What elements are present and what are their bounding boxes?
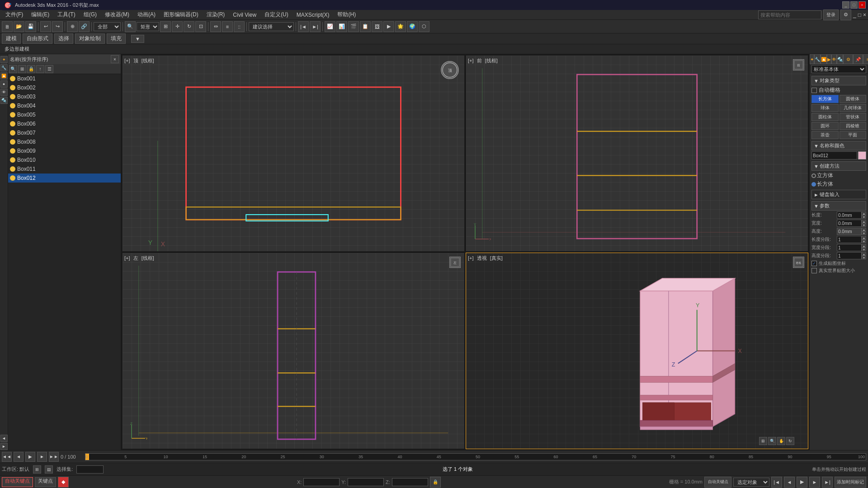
- lp-find-button[interactable]: 🔍: [9, 65, 17, 73]
- length-up[interactable]: ▲: [862, 211, 866, 215]
- vp-view-bl[interactable]: 左: [133, 255, 138, 261]
- modeling-tab[interactable]: 建模: [2, 33, 21, 44]
- play-fwd[interactable]: ►|: [822, 477, 833, 488]
- box-radio[interactable]: [811, 182, 816, 187]
- timeline-handle[interactable]: [85, 454, 89, 460]
- layer-select[interactable]: 全部: [94, 22, 121, 31]
- activeshade-button[interactable]: 🌟: [395, 21, 406, 32]
- display-icon[interactable]: 👁: [0, 89, 8, 96]
- rp-pin[interactable]: 📌: [853, 54, 863, 64]
- key-btn2[interactable]: ►|: [310, 21, 321, 32]
- modify-icon[interactable]: 🔧: [0, 64, 8, 71]
- menu-graph-editor[interactable]: 图形编辑器(D): [160, 10, 202, 19]
- viewport-front[interactable]: [+] 前 [线框]: [466, 55, 808, 252]
- rp-gear[interactable]: ⚙: [843, 54, 853, 64]
- viewport-perspective[interactable]: [+] 透视 [真实]: [466, 253, 808, 449]
- auto-keypoint-btn[interactable]: 自动关键点: [704, 477, 731, 488]
- orient-cube-tr[interactable]: 前: [793, 59, 804, 70]
- key-btn1[interactable]: |◄: [298, 21, 309, 32]
- app-icon[interactable]: 🎯: [2, 0, 13, 10]
- expand-arrow[interactable]: ◄: [0, 435, 8, 442]
- length-input[interactable]: [837, 211, 862, 219]
- minimize-button[interactable]: _: [842, 1, 849, 9]
- height-down[interactable]: ▼: [862, 231, 866, 235]
- menu-custom[interactable]: 自定义(U): [261, 10, 292, 19]
- vp-mode-tl[interactable]: [线框]: [142, 58, 154, 63]
- vp-plus-bl[interactable]: [+]: [124, 255, 130, 261]
- vp-view-tl[interactable]: 顶: [133, 58, 138, 63]
- list-item[interactable]: Box002: [8, 83, 121, 92]
- view-select[interactable]: 建议选择: [249, 22, 294, 31]
- zoom-extents-btn[interactable]: ⊞: [759, 437, 767, 445]
- redo-button[interactable]: ↪: [52, 21, 63, 32]
- env-effects[interactable]: 🌍: [407, 21, 418, 32]
- menu-modifier[interactable]: 修改器(M): [101, 10, 133, 19]
- fill-option-btn[interactable]: ▼: [131, 35, 144, 43]
- freeform-tab[interactable]: 自由形式: [23, 33, 52, 44]
- select-button[interactable]: ⊕: [67, 21, 78, 32]
- list-item[interactable]: Box006: [8, 119, 121, 128]
- parameters-header[interactable]: ▼ 参数: [811, 201, 866, 211]
- menu-maxscript[interactable]: MAXScript(X): [293, 11, 333, 19]
- autogrid-checkbox[interactable]: [811, 88, 817, 93]
- list-item[interactable]: Box001: [8, 74, 121, 83]
- coord-lock[interactable]: 🔒: [430, 477, 441, 488]
- viewport-label-br[interactable]: [+] 透视 [真实]: [468, 255, 505, 262]
- render-button[interactable]: ▶: [383, 21, 394, 32]
- array-button[interactable]: ::: [234, 21, 245, 32]
- width-segs-down[interactable]: ▼: [862, 248, 866, 251]
- primitive-type-select[interactable]: 标准基本体: [811, 65, 866, 73]
- name-color-header[interactable]: ▼ 名称和颜色: [811, 141, 866, 150]
- set-key-icon[interactable]: ◆: [58, 477, 69, 488]
- object-paint-tab[interactable]: 对象绘制: [75, 33, 105, 44]
- viewport-left[interactable]: [+] 左 [线框]: [122, 253, 465, 449]
- vp-view-br[interactable]: 透视: [477, 255, 487, 261]
- list-item[interactable]: Box011: [8, 164, 121, 174]
- move-button[interactable]: ✛: [172, 21, 183, 32]
- rotate-button[interactable]: ↻: [184, 21, 194, 32]
- name-input[interactable]: [811, 151, 857, 160]
- menu-animation[interactable]: 动画(A): [134, 10, 159, 19]
- real-world-size-checkbox[interactable]: [811, 268, 817, 273]
- vp-mode-tr[interactable]: [线框]: [485, 58, 498, 63]
- cylinder-button[interactable]: 圆柱体: [811, 113, 839, 121]
- width-up[interactable]: ▲: [862, 220, 866, 223]
- rp-tab-display[interactable]: 👁: [831, 54, 837, 64]
- list-item[interactable]: Box005: [8, 110, 121, 119]
- menu-group[interactable]: 组(G): [80, 10, 100, 19]
- util-icon[interactable]: 🔩: [0, 97, 8, 104]
- render-setup[interactable]: 🖼: [372, 21, 382, 32]
- height-input[interactable]: [837, 228, 862, 235]
- undo-button[interactable]: ↩: [40, 21, 51, 32]
- play-prev[interactable]: ◄: [784, 477, 795, 488]
- curve-editor[interactable]: 📈: [325, 21, 335, 32]
- viewport-label-tl[interactable]: [+] 顶 [线框]: [124, 57, 156, 64]
- viewport-label-tr[interactable]: [+] 前 [线框]: [468, 57, 500, 64]
- plane-button[interactable]: 平面: [840, 131, 867, 139]
- length-segs-up[interactable]: ▲: [862, 236, 866, 239]
- list-item[interactable]: Box010: [8, 155, 121, 164]
- height-segs-up[interactable]: ▲: [862, 252, 866, 256]
- status-icon2[interactable]: ▤: [45, 465, 53, 474]
- length-down[interactable]: ▼: [862, 215, 866, 219]
- select-mode[interactable]: 矩形: [137, 22, 159, 31]
- box-button[interactable]: 长方体: [811, 95, 839, 103]
- y-input[interactable]: [348, 478, 384, 486]
- add-time-button[interactable]: 添加时间标记: [835, 477, 866, 488]
- material-editor[interactable]: ⬡: [419, 21, 429, 32]
- tube-button[interactable]: 管状体: [840, 113, 867, 121]
- maximize-button[interactable]: □: [850, 1, 858, 9]
- layer-manager[interactable]: 📋: [360, 21, 371, 32]
- orbit-btn[interactable]: ↻: [786, 437, 794, 445]
- scale-button[interactable]: ⊡: [195, 21, 206, 32]
- dope-sheet[interactable]: 📊: [336, 21, 347, 32]
- geosphere-button[interactable]: 几何球体: [840, 104, 867, 112]
- vp-mode-bl[interactable]: [线框]: [142, 255, 154, 261]
- lp-group-button[interactable]: ☰: [45, 65, 53, 73]
- menu-help[interactable]: 帮助(H): [334, 10, 359, 19]
- tl-step-fwd[interactable]: ►►: [49, 452, 59, 462]
- rp-tab-util[interactable]: 🔩: [837, 54, 843, 64]
- collapse-arrow[interactable]: ►: [0, 443, 8, 450]
- create-icon[interactable]: ✦: [0, 56, 8, 63]
- lp-config-button[interactable]: 🔒: [27, 65, 35, 73]
